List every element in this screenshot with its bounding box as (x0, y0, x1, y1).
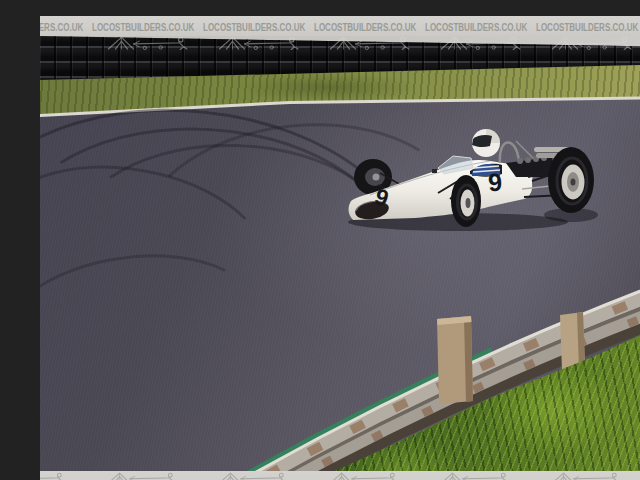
watermark-text: LOCOSTBUILDERS.CO.UK (203, 22, 305, 33)
locost-logo-icon (540, 472, 635, 480)
locost-logo-icon (429, 472, 524, 480)
locost-logo-icon (40, 472, 80, 480)
locost-logo-icon (96, 472, 191, 480)
watermark-text: LOCOSTBUILDERS.CO.UK (314, 22, 416, 33)
locost-logo-icon (207, 472, 302, 480)
watermark-text: LOCOSTBUILDERS.CO.UK (40, 22, 83, 33)
watermark-text: LOCOSTBUILDERS.CO.UK (425, 22, 527, 33)
watermark-text: LOCOSTBUILDERS.CO.UK (536, 22, 638, 33)
guardrail-post (437, 316, 473, 404)
watermark-strip-top: LOCOSTBUILDERS.CO.UK LOCOSTBUILDERS.CO.U… (40, 16, 640, 36)
watermark-text: LOCOSTBUILDERS.CO.UK (92, 22, 194, 33)
locost-logo-icon (318, 472, 413, 480)
race-photo: 9 9 LOCOSTBUILDERS.CO.UK LOCOST (40, 16, 640, 480)
watermark-strip-bottom: LOCOSTBUILDERS.CO.UK LOCOSTBUILDERS.CO.U… (40, 471, 640, 480)
